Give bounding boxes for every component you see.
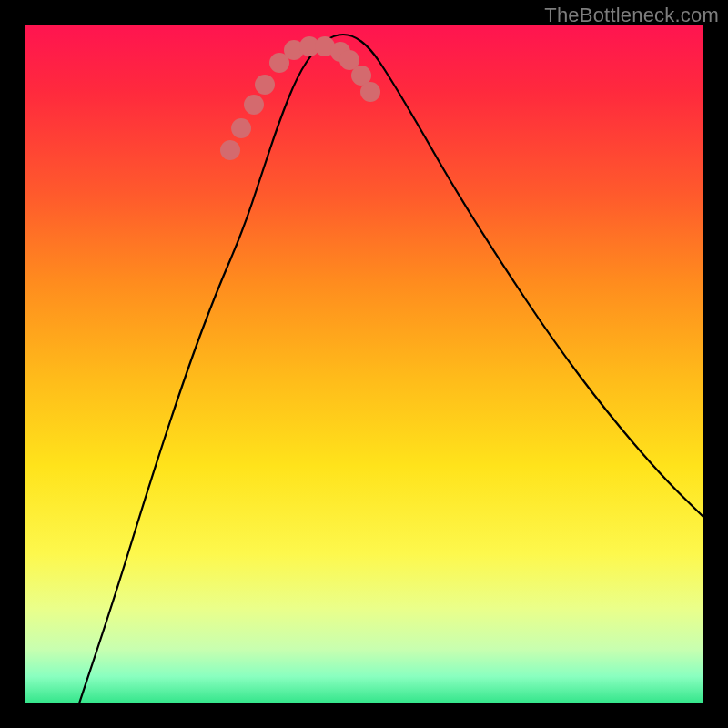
highlight-dot [255, 75, 275, 95]
chart-plot-area [25, 25, 703, 703]
highlight-dot [360, 82, 380, 102]
chart-svg [25, 25, 703, 703]
highlight-dot [220, 140, 240, 160]
bottleneck-curve [79, 35, 703, 703]
highlight-dot [244, 95, 264, 115]
highlight-dot [231, 118, 251, 138]
highlight-dots [220, 36, 380, 160]
